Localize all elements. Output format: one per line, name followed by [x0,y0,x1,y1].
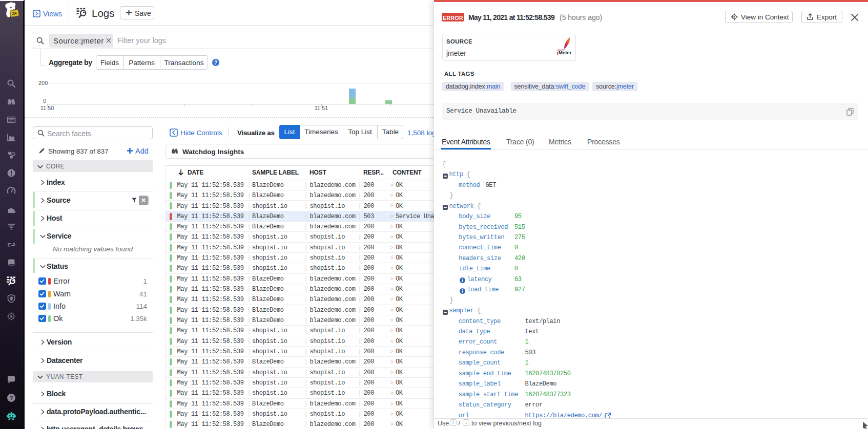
svg-text:Meter: Meter [559,50,572,55]
svg-text:?: ? [10,395,13,401]
svg-text:?: ? [214,60,217,66]
